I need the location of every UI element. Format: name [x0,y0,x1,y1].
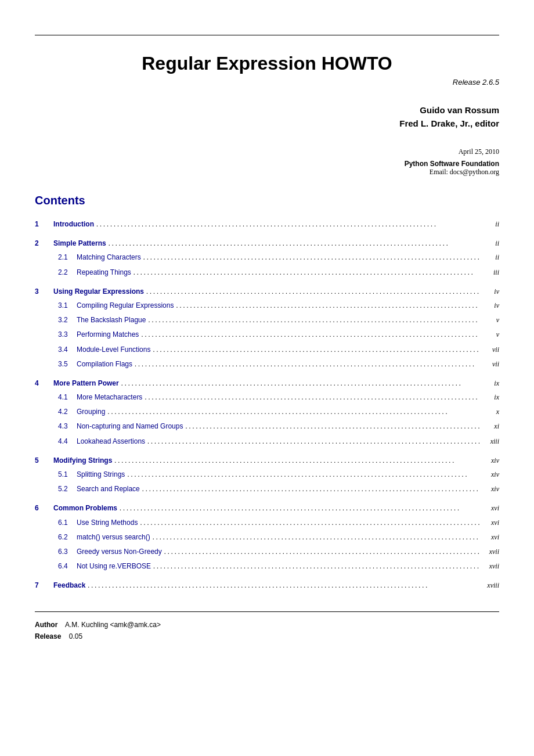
toc-sub-2-2: 2.2 Repeating Things iii [35,267,499,280]
contents-title: Contents [35,194,499,207]
toc-sub-title-3-1[interactable]: Compiling Regular Expressions [77,300,174,311]
toc-sub-num-2-1: 2.1 [58,252,77,263]
toc-sub-title-4-2[interactable]: Grouping [77,406,105,417]
toc-sub-6-1: 6.1 Use String Methods xvi [35,517,499,531]
toc-dots-7 [88,580,479,592]
toc-sub-num-4-3: 4.3 [58,421,77,432]
toc-sub-title-5-1[interactable]: Splitting Strings [77,469,125,480]
toc-sub-page-3-5: vii [482,359,499,370]
footer-author-value: A.M. Kuchling <amk@amk.ca> [65,621,161,629]
toc-page-6: xvi [482,503,499,514]
toc-entry-7: 7 Feedback xviii [35,580,499,593]
toc-sub-page-6-4: xvii [482,561,499,572]
toc-sub-title-2-2[interactable]: Repeating Things [77,267,131,278]
bottom-rule [35,611,499,612]
toc-sub-dots-5-1 [127,469,479,481]
toc-title-5[interactable]: Modifying Strings [53,455,112,466]
footer-author-label: Author [35,621,57,629]
toc-sub-page-4-4: xiii [482,436,499,447]
toc-sub-title-3-4[interactable]: Module-Level Functions [77,344,150,355]
footer-release-value: 0.05 [69,632,82,640]
toc-sub-title-6-3[interactable]: Greedy versus Non-Greedy [77,546,162,557]
toc-title-3[interactable]: Using Regular Expressions [53,286,144,297]
toc-sub-page-2-1: ii [482,252,499,263]
toc-sub-num-5-2: 5.2 [58,484,77,495]
toc-sub-page-3-2: v [482,315,499,326]
toc-group-1: 1 Introduction ii [35,219,499,232]
toc-dots-4 [121,378,479,390]
toc-sub-num-6-1: 6.1 [58,517,77,528]
toc-sub-dots-6-1 [140,517,479,529]
toc-sub-dots-2-2 [134,267,479,279]
toc-sub-dots-3-2 [148,315,479,326]
organization: Python Software Foundation [0,160,499,168]
toc-sub-dots-3-1 [176,300,479,312]
toc-entry-4: 4 More Pattern Power ix [35,378,499,391]
toc-sub-3-2: 3.2 The Backslash Plague v [35,315,499,328]
toc-sub-page-5-1: xiv [482,469,499,480]
toc-sub-dots-4-4 [147,436,479,448]
toc-sub-num-3-5: 3.5 [58,359,77,370]
footer-section: Author A.M. Kuchling <amk@amk.ca> Releas… [0,621,534,640]
toc-sub-page-3-1: iv [482,300,499,311]
toc-dots-3 [146,286,479,298]
toc-sub-3-5: 3.5 Compilation Flags vii [35,359,499,372]
toc-num-4: 4 [35,378,53,389]
toc-title-4[interactable]: More Pattern Power [53,378,119,389]
toc-num-5: 5 [35,455,53,466]
footer-author: Author A.M. Kuchling <amk@amk.ca> [35,621,499,629]
toc-sub-4-4: 4.4 Lookahead Assertions xiii [35,436,499,449]
toc-sub-title-6-2[interactable]: match() versus search() [77,532,150,543]
toc-sub-title-4-3[interactable]: Non-capturing and Named Groups [77,421,183,432]
toc-page-5: xiv [482,455,499,466]
toc-title-2[interactable]: Simple Patterns [53,238,106,249]
page: Regular Expression HOWTO Release 2.6.5 G… [0,35,534,756]
toc-title-6[interactable]: Common Problems [53,503,117,514]
toc-sub-3-4: 3.4 Module-Level Functions vii [35,344,499,358]
release-line: Release 2.6.5 [0,78,534,87]
toc-sub-6-4: 6.4 Not Using re.VERBOSE xvii [35,561,499,574]
toc-sub-title-6-4[interactable]: Not Using re.VERBOSE [77,561,151,572]
toc-sub-title-3-3[interactable]: Performing Matches [77,329,139,340]
toc-num-3: 3 [35,286,53,297]
toc-sub-page-5-2: xiv [482,484,499,495]
toc-sub-dots-6-2 [153,532,479,543]
toc-dots-1 [96,219,479,231]
toc-sub-dots-3-4 [153,344,479,356]
toc-title-7[interactable]: Feedback [53,580,85,591]
email: Email: docs@python.org [0,168,499,177]
toc-sub-title-4-4[interactable]: Lookahead Assertions [77,436,145,447]
main-title: Regular Expression HOWTO [35,53,499,74]
toc-sub-title-3-5[interactable]: Compilation Flags [77,359,132,370]
header-section: Regular Expression HOWTO [0,35,534,74]
toc-sub-dots-3-5 [135,359,479,370]
toc-entry-6: 6 Common Problems xvi [35,503,499,516]
footer-release: Release 0.05 [35,632,499,640]
toc-num-6: 6 [35,503,53,514]
toc-page-7: xviii [482,580,499,591]
toc-sub-dots-6-3 [164,546,479,558]
toc-sub-dots-4-1 [145,392,479,404]
toc-sub-title-5-2[interactable]: Search and Replace [77,484,140,495]
toc-num-7: 7 [35,580,53,591]
meta-section: April 25, 2010 Python Software Foundatio… [0,147,534,177]
toc-sub-3-3: 3.3 Performing Matches v [35,329,499,343]
toc-title-1[interactable]: Introduction [53,219,94,230]
toc-entry-3: 3 Using Regular Expressions iv [35,286,499,300]
toc-group-2: 2 Simple Patterns ii 2.1 Matching Charac… [35,238,499,280]
toc-sub-num-2-2: 2.2 [58,267,77,278]
toc-sub-page-3-4: vii [482,344,499,355]
toc-sub-title-6-1[interactable]: Use String Methods [77,517,138,528]
toc-sub-title-4-1[interactable]: More Metacharacters [77,392,142,403]
toc-sub-page-4-1: ix [482,392,499,403]
toc-sub-dots-4-3 [185,421,479,433]
toc-sub-title-3-2[interactable]: The Backslash Plague [77,315,146,326]
authors-section: Guido van Rossum Fred L. Drake, Jr., edi… [0,104,534,130]
toc-page-3: iv [482,286,499,297]
footer-release-label: Release [35,632,61,640]
toc-sub-num-5-1: 5.1 [58,469,77,480]
toc-sub-2-1: 2.1 Matching Characters ii [35,252,499,265]
toc-sub-5-2: 5.2 Search and Replace xiv [35,484,499,497]
toc-sub-page-4-3: xi [482,421,499,432]
toc-sub-title-2-1[interactable]: Matching Characters [77,252,141,263]
